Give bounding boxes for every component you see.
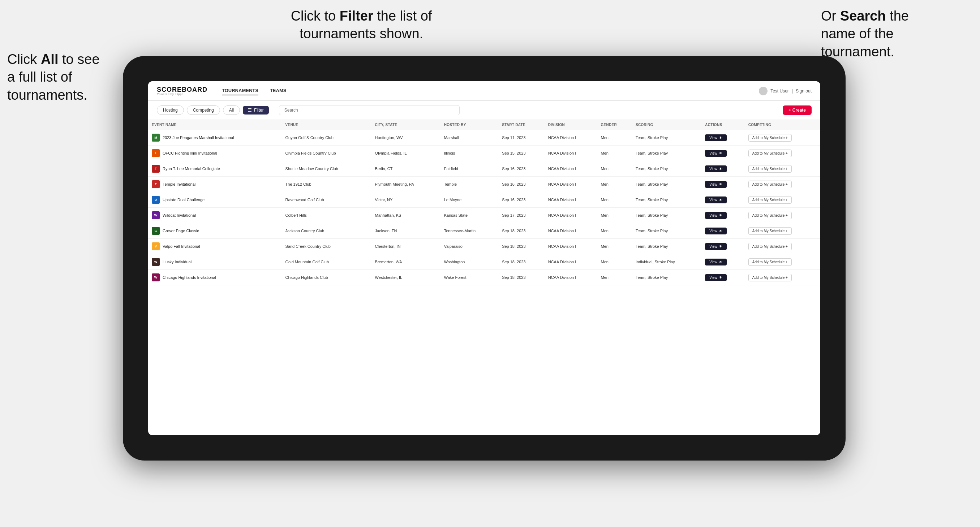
add-to-schedule-button[interactable]: Add to My Schedule +	[748, 181, 792, 188]
tab-all[interactable]: All	[223, 105, 240, 115]
filter-icon: ☰	[248, 108, 252, 113]
division-cell: NCAA Division I	[544, 146, 597, 161]
col-city: CITY, STATE	[371, 120, 441, 130]
view-button[interactable]: View 👁	[705, 212, 727, 219]
hosted-by-cell: Illinois	[441, 146, 498, 161]
venue-cell: Olympia Fields Country Club	[282, 146, 371, 161]
view-button[interactable]: View 👁	[705, 243, 727, 250]
venue-cell: Guyan Golf & Country Club	[282, 130, 371, 146]
city-cell: Olympia Fields, IL	[371, 146, 441, 161]
scoring-cell: Team, Stroke Play	[632, 146, 702, 161]
scoring-cell: Team, Stroke Play	[632, 270, 702, 285]
event-name-cell: U Upstate Dual Challenge	[152, 196, 278, 204]
add-to-schedule-button[interactable]: Add to My Schedule +	[748, 212, 792, 219]
venue-cell: Colbert Hills	[282, 208, 371, 223]
col-gender: GENDER	[597, 120, 632, 130]
view-button[interactable]: View 👁	[705, 134, 727, 141]
date-cell: Sep 16, 2023	[498, 177, 544, 192]
date-cell: Sep 18, 2023	[498, 254, 544, 270]
event-name-text: Grover Page Classic	[162, 229, 199, 233]
eye-icon: 👁	[719, 229, 722, 233]
date-cell: Sep 11, 2023	[498, 130, 544, 146]
signout-link[interactable]: Sign out	[796, 89, 811, 94]
add-to-schedule-button[interactable]: Add to My Schedule +	[748, 196, 792, 204]
team-logo: W	[152, 273, 160, 281]
scoring-cell: Individual, Stroke Play	[632, 254, 702, 270]
create-button[interactable]: + Create	[783, 105, 811, 115]
division-cell: NCAA Division I	[544, 130, 597, 146]
division-cell: NCAA Division I	[544, 254, 597, 270]
city-cell: Manhattan, KS	[371, 208, 441, 223]
table-row: U Upstate Dual Challenge Ravenwood Golf …	[148, 192, 820, 208]
event-name-cell: W Wildcat Invitational	[152, 211, 278, 219]
add-to-schedule-button[interactable]: Add to My Schedule +	[748, 165, 792, 173]
scoring-cell: Team, Stroke Play	[632, 208, 702, 223]
gender-cell: Men	[597, 161, 632, 177]
competing-cell: Add to My Schedule +	[748, 243, 817, 250]
view-button[interactable]: View 👁	[705, 150, 727, 157]
view-button[interactable]: View 👁	[705, 165, 727, 172]
competing-cell: Add to My Schedule +	[748, 196, 817, 204]
table-row: W Wildcat Invitational Colbert Hills Man…	[148, 208, 820, 223]
hosted-by-cell: Valparaiso	[441, 239, 498, 254]
user-name: Test User	[770, 89, 789, 94]
division-cell: NCAA Division I	[544, 177, 597, 192]
venue-cell: Chicago Highlands Club	[282, 270, 371, 285]
tablet-screen: SCOREBOARD Powered by clippd TOURNAMENTS…	[148, 81, 820, 435]
tournaments-table: EVENT NAME VENUE CITY, STATE HOSTED BY S…	[148, 120, 820, 285]
date-cell: Sep 18, 2023	[498, 223, 544, 239]
hosted-by-cell: Temple	[441, 177, 498, 192]
view-button[interactable]: View 👁	[705, 197, 727, 203]
filter-label: Filter	[254, 108, 264, 113]
date-cell: Sep 17, 2023	[498, 208, 544, 223]
city-cell: Jackson, TN	[371, 223, 441, 239]
competing-cell: Add to My Schedule +	[748, 181, 817, 188]
view-button[interactable]: View 👁	[705, 274, 727, 281]
date-cell: Sep 15, 2023	[498, 146, 544, 161]
table-row: F Ryan T. Lee Memorial Collegiate Shuttl…	[148, 161, 820, 177]
division-cell: NCAA Division I	[544, 161, 597, 177]
add-to-schedule-button[interactable]: Add to My Schedule +	[748, 243, 792, 250]
add-to-schedule-button[interactable]: Add to My Schedule +	[748, 227, 792, 235]
add-to-schedule-button[interactable]: Add to My Schedule +	[748, 274, 792, 281]
actions-cell: View 👁	[705, 212, 741, 219]
view-button[interactable]: View 👁	[705, 259, 727, 265]
filter-button[interactable]: ☰ Filter	[243, 106, 269, 114]
nav-tournaments[interactable]: TOURNAMENTS	[222, 86, 258, 95]
actions-cell: View 👁	[705, 274, 741, 281]
event-name-cell: F Ryan T. Lee Memorial Collegiate	[152, 165, 278, 173]
add-to-schedule-button[interactable]: Add to My Schedule +	[748, 258, 792, 266]
col-event-name: EVENT NAME	[148, 120, 282, 130]
city-cell: Westchester, IL	[371, 270, 441, 285]
col-date: START DATE	[498, 120, 544, 130]
scoring-cell: Team, Stroke Play	[632, 161, 702, 177]
city-cell: Victor, NY	[371, 192, 441, 208]
division-cell: NCAA Division I	[544, 192, 597, 208]
gender-cell: Men	[597, 192, 632, 208]
event-name-text: Husky Individual	[162, 260, 191, 264]
actions-cell: View 👁	[705, 197, 741, 203]
team-logo: W	[152, 211, 160, 219]
venue-cell: Gold Mountain Golf Club	[282, 254, 371, 270]
table-row: T Temple Invitational The 1912 Club Plym…	[148, 177, 820, 192]
venue-cell: Sand Creek Country Club	[282, 239, 371, 254]
event-name-text: Ryan T. Lee Memorial Collegiate	[162, 167, 220, 171]
eye-icon: 👁	[719, 151, 722, 155]
add-to-schedule-button[interactable]: Add to My Schedule +	[748, 149, 792, 157]
tab-hosting[interactable]: Hosting	[157, 105, 184, 115]
scoring-cell: Team, Stroke Play	[632, 130, 702, 146]
search-input[interactable]	[279, 105, 460, 115]
col-hosted: HOSTED BY	[441, 120, 498, 130]
tournaments-table-container: EVENT NAME VENUE CITY, STATE HOSTED BY S…	[148, 120, 820, 435]
add-to-schedule-button[interactable]: Add to My Schedule +	[748, 134, 792, 141]
event-name-cell: W Husky Individual	[152, 258, 278, 266]
tab-competing[interactable]: Competing	[187, 105, 220, 115]
nav-teams[interactable]: TEAMS	[270, 86, 286, 95]
event-name-text: Valpo Fall Invitational	[162, 244, 200, 249]
view-button[interactable]: View 👁	[705, 227, 727, 235]
event-name-cell: M 2023 Joe Feaganes Marshall Invitationa…	[152, 133, 278, 141]
competing-cell: Add to My Schedule +	[748, 274, 817, 281]
eye-icon: 👁	[719, 244, 722, 249]
view-button[interactable]: View 👁	[705, 181, 727, 188]
city-cell: Berlin, CT	[371, 161, 441, 177]
